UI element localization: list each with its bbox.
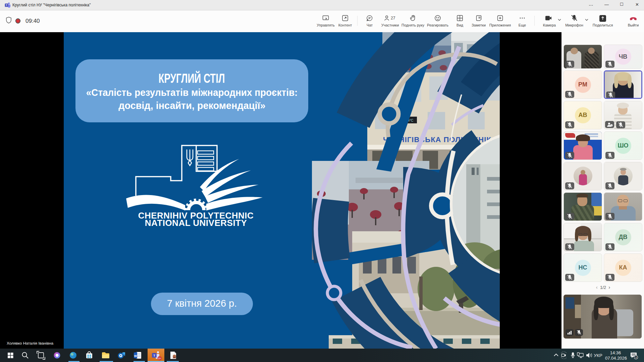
svg-text:!: ! [611, 124, 612, 127]
svg-text:W: W [134, 354, 137, 358]
svg-text:T: T [153, 354, 155, 357]
svg-text:3: 3 [635, 356, 637, 359]
svg-text:9+: 9+ [158, 357, 161, 360]
svg-text:T: T [6, 4, 7, 6]
svg-text:27: 27 [391, 16, 395, 20]
